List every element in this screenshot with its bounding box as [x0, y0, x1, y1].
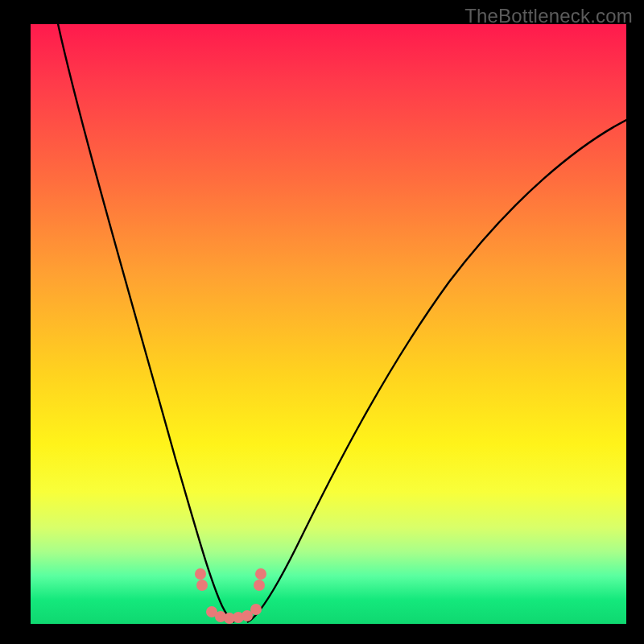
- svg-point-1: [196, 580, 208, 591]
- svg-point-0: [195, 568, 206, 580]
- svg-point-7: [250, 604, 262, 615]
- chart-frame: TheBottleneck.com: [0, 0, 644, 644]
- curve-svg: [31, 24, 626, 624]
- svg-point-9: [255, 568, 266, 580]
- left-branch-line: [57, 24, 234, 622]
- right-branch-line: [247, 119, 626, 622]
- svg-point-8: [254, 580, 265, 591]
- plot-area: [31, 24, 626, 624]
